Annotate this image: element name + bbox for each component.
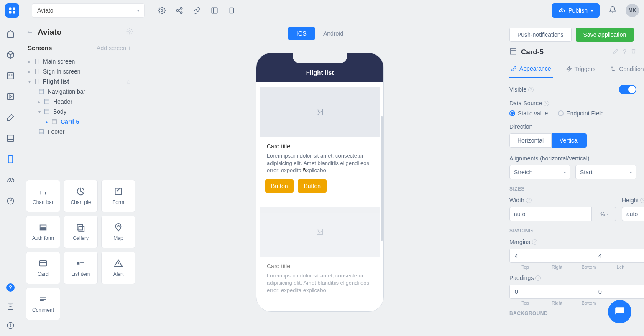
palette-chart-pie[interactable]: Chart pie [64, 180, 98, 212]
svg-point-6 [176, 10, 179, 12]
publish-button[interactable]: Publish ▾ [552, 3, 600, 18]
palette-form[interactable]: Form [101, 180, 135, 212]
palette-list-item[interactable]: List item [64, 252, 98, 284]
palette-chart-bar[interactable]: Chart bar [26, 180, 60, 212]
hint-icon[interactable]: ? [532, 239, 537, 245]
mobile-icon[interactable] [228, 7, 235, 14]
tab-appearance[interactable]: Appearance [509, 62, 553, 78]
direction-vertical[interactable]: Vertical [552, 133, 587, 148]
card-button-2[interactable]: Button [298, 179, 326, 193]
notifications-icon[interactable] [609, 6, 616, 15]
radio-endpoint-field[interactable]: Endpoint Field [558, 110, 604, 117]
scrollbar[interactable] [381, 116, 383, 241]
share-icon[interactable] [176, 7, 183, 14]
chat-fab[interactable] [608, 300, 631, 323]
settings-icon[interactable] [158, 7, 166, 14]
palette-auth-form[interactable]: Auth form [26, 216, 60, 248]
palette-map[interactable]: Map [101, 216, 135, 248]
tree-item-navbar[interactable]: Navigation bar [26, 87, 133, 97]
card-title: Card title [267, 143, 373, 150]
tree-item-card5[interactable]: ▸Card-5 [26, 117, 133, 127]
tree-item-body[interactable]: ▾Body [26, 107, 133, 117]
palette-comment[interactable]: Comment [26, 288, 60, 320]
selected-element-name: Card-5 [521, 48, 544, 56]
alignment-horizontal-select[interactable]: Stretch▾ [509, 165, 570, 179]
cloud-icon[interactable] [6, 176, 15, 185]
play-icon[interactable] [6, 92, 15, 101]
layout-icon[interactable] [211, 7, 218, 14]
margin-right-input[interactable] [593, 249, 644, 263]
save-application-button[interactable]: Save application [576, 28, 634, 42]
visible-toggle[interactable] [619, 85, 636, 94]
palette-card[interactable]: Card [26, 252, 60, 284]
alignment-vertical-select[interactable]: Start▾ [575, 165, 636, 179]
preview-card-selected[interactable]: Card title Lorem ipsum dolor sit amet, c… [260, 87, 380, 199]
svg-line-9 [178, 9, 180, 10]
edit-icon[interactable] [613, 48, 618, 56]
package-icon[interactable] [6, 50, 15, 59]
tab-ios[interactable]: IOS [288, 27, 315, 40]
project-title: Aviato [38, 28, 61, 37]
board-icon[interactable] [6, 71, 15, 80]
tree-item-header[interactable]: ▸Header [26, 97, 133, 107]
width-unit-select[interactable]: %▾ [593, 207, 616, 221]
sizes-section-title: SIZES [509, 186, 636, 192]
tree-item-footer[interactable]: Footer [26, 127, 133, 137]
height-input[interactable] [622, 207, 644, 221]
delete-icon[interactable] [631, 48, 636, 56]
info-icon[interactable] [6, 321, 15, 330]
docs-icon[interactable] [6, 302, 15, 311]
tree-item-signin[interactable]: ▸Sign In screen [26, 66, 133, 76]
margin-top-input[interactable] [509, 249, 593, 263]
radio-static-value[interactable]: Static value [509, 110, 548, 117]
push-notifications-button[interactable]: Push-notifications [509, 28, 572, 42]
svg-rect-0 [9, 8, 12, 10]
gear-icon[interactable] [126, 28, 133, 36]
project-selector[interactable]: Aviato ▾ [32, 3, 145, 18]
svg-rect-1 [13, 8, 15, 10]
hint-icon[interactable]: ? [526, 198, 532, 203]
hint-icon[interactable]: ? [528, 87, 534, 92]
help-icon[interactable]: ? [623, 48, 626, 56]
svg-rect-15 [8, 73, 14, 79]
tab-conditions[interactable]: Conditions [609, 62, 644, 78]
padding-top-input[interactable] [509, 285, 593, 299]
screens-heading: Screens [28, 44, 52, 51]
padding-right-input[interactable] [593, 285, 644, 299]
mobile-designer-icon[interactable] [6, 155, 15, 164]
tree-item-main-screen[interactable]: ▸Main screen [26, 56, 133, 66]
hint-icon[interactable]: ? [544, 101, 549, 106]
link-icon[interactable] [193, 7, 201, 14]
back-arrow-icon[interactable]: ← [26, 28, 33, 37]
preview-card-2[interactable]: Card title Lorem ipsum dolor sit amet, c… [260, 206, 380, 300]
left-rail: ? [0, 21, 21, 336]
paddings-label: Paddings [509, 275, 534, 281]
direction-horizontal[interactable]: Horizontal [509, 133, 552, 148]
home-mini-icon: ⌂ [127, 78, 130, 85]
svg-point-7 [180, 12, 182, 14]
gauge-icon[interactable] [6, 196, 15, 206]
help-button[interactable]: ? [6, 283, 15, 292]
tree-item-flight-list[interactable]: ▾Flight list⌂ [26, 76, 133, 87]
tab-android[interactable]: Android [315, 27, 352, 40]
toolbar-icons [158, 7, 235, 14]
card-button-1[interactable]: Button [265, 179, 294, 193]
svg-rect-66 [510, 48, 516, 54]
palette-gallery[interactable]: Gallery [64, 216, 98, 248]
add-screen-button[interactable]: Add screen + [97, 45, 131, 51]
home-icon[interactable] [6, 29, 15, 38]
hint-icon[interactable]: ? [640, 198, 644, 203]
datasource-label: Data Source [509, 100, 542, 107]
panel-icon[interactable] [6, 134, 15, 143]
tab-triggers[interactable]: Triggers [565, 62, 598, 78]
app-logo[interactable] [5, 3, 19, 18]
svg-rect-22 [8, 156, 13, 163]
brush-icon[interactable] [6, 113, 15, 122]
card-description: Lorem ipsum dolor sit amet, consectetur … [267, 152, 373, 174]
svg-rect-31 [36, 59, 38, 64]
user-avatar[interactable]: MK [626, 4, 639, 17]
width-input[interactable] [509, 207, 592, 221]
palette-alert[interactable]: Alert [101, 252, 135, 284]
svg-rect-3 [13, 11, 15, 14]
hint-icon[interactable]: ? [535, 275, 541, 281]
